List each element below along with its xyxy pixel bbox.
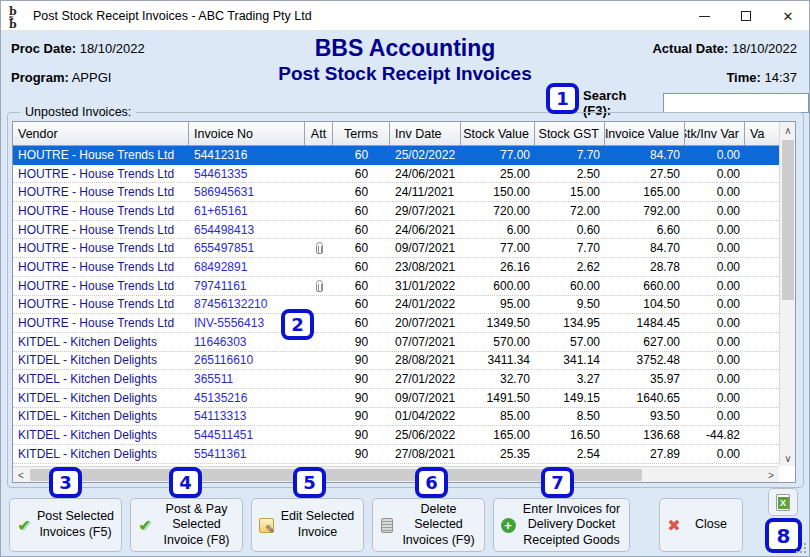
table-row[interactable]: HOUTRE - House Trends LtdINV-55564136020… bbox=[13, 314, 779, 333]
cell-stock-gst: 9.50 bbox=[535, 296, 605, 314]
cell-terms: 60 bbox=[333, 165, 390, 183]
column-header-inv-date[interactable]: Inv Date bbox=[390, 122, 461, 145]
table-row[interactable]: KITDEL - Kitchen Delights2651166109028/0… bbox=[13, 352, 779, 371]
cell-terms: 90 bbox=[333, 389, 390, 407]
table-row[interactable]: HOUTRE - House Trends Ltd61+651616029/07… bbox=[13, 202, 779, 221]
table-row[interactable]: KITDEL - Kitchen Delights5445114519025/0… bbox=[13, 426, 779, 445]
horizontal-scrollbar[interactable]: < > bbox=[13, 466, 779, 482]
cell-va bbox=[745, 445, 779, 463]
cell-stk-inv-var: 0.00 bbox=[685, 352, 745, 370]
table-row[interactable]: KITDEL - Kitchen Delights116463039007/07… bbox=[13, 333, 779, 352]
table-row[interactable]: KITDEL - Kitchen Delights554113619027/08… bbox=[13, 445, 779, 464]
cell-stock-value: 25.00 bbox=[461, 165, 535, 183]
cell-va bbox=[745, 146, 779, 164]
close-window-button[interactable]: ✕ bbox=[767, 1, 809, 31]
table-row[interactable]: HOUTRE - House Trends Ltd544123166025/02… bbox=[13, 146, 779, 165]
table-row[interactable]: HOUTRE - House Trends Ltd684928916023/08… bbox=[13, 258, 779, 277]
cell-vendor: KITDEL - Kitchen Delights bbox=[13, 333, 189, 351]
minimize-button[interactable] bbox=[683, 1, 725, 31]
shredder-icon bbox=[377, 518, 397, 533]
cell-att bbox=[305, 408, 333, 426]
table-row[interactable]: KITDEL - Kitchen Delights541133139001/04… bbox=[13, 408, 779, 427]
vertical-scroll-thumb[interactable] bbox=[782, 140, 794, 300]
callout-1: 1 bbox=[546, 83, 579, 114]
post-selected-invoices-button[interactable]: ✔ Post Selected Invoices (F5) bbox=[9, 498, 122, 552]
column-header-stock-value[interactable]: Stock Value bbox=[461, 122, 535, 145]
cell-stk-inv-var: 0.00 bbox=[685, 202, 745, 220]
vertical-scrollbar[interactable]: ∧ ∨ bbox=[779, 122, 795, 466]
table-row[interactable]: HOUTRE - House Trends Ltd874561322106024… bbox=[13, 296, 779, 315]
scroll-up-icon[interactable]: ∧ bbox=[780, 122, 796, 138]
cell-va bbox=[745, 408, 779, 426]
cell-invoice-no: 45135216 bbox=[189, 389, 305, 407]
scroll-right-icon[interactable]: > bbox=[763, 467, 779, 483]
cell-vendor: HOUTRE - House Trends Ltd bbox=[13, 202, 189, 220]
unposted-invoices-groupbox: Unposted Invoices: VendorInvoice NoAttTe… bbox=[7, 112, 804, 488]
cell-inv-date: 31/01/2022 bbox=[390, 277, 461, 295]
column-header-stk-inv-var[interactable]: Stk/Inv Var bbox=[685, 122, 745, 145]
column-header-stock-gst[interactable]: Stock GST bbox=[535, 122, 605, 145]
table-row[interactable]: HOUTRE - House Trends Ltd6554978516009/0… bbox=[13, 239, 779, 258]
scroll-left-icon[interactable]: < bbox=[13, 467, 29, 483]
invoices-table: VendorInvoice NoAttTermsInv DateStock Va… bbox=[12, 121, 796, 483]
cell-stock-gst: 3.27 bbox=[535, 370, 605, 388]
cell-va bbox=[745, 389, 779, 407]
edit-note-icon bbox=[256, 518, 276, 533]
cell-vendor: KITDEL - Kitchen Delights bbox=[13, 389, 189, 407]
column-header-att[interactable]: Att bbox=[305, 122, 333, 145]
table-row[interactable]: HOUTRE - House Trends Ltd5869456316024/1… bbox=[13, 183, 779, 202]
scroll-down-icon[interactable]: ∨ bbox=[780, 450, 796, 466]
cell-stk-inv-var: 0.00 bbox=[685, 183, 745, 201]
cell-invoice-value: 27.50 bbox=[605, 165, 685, 183]
table-row[interactable]: KITDEL - Kitchen Delights451352169009/07… bbox=[13, 389, 779, 408]
post-and-pay-selected-invoice-button[interactable]: ✔ Post & Pay Selected Invoice (F8) bbox=[130, 498, 243, 552]
column-header-invoice-value[interactable]: Invoice Value bbox=[605, 122, 685, 145]
cell-vendor: HOUTRE - House Trends Ltd bbox=[13, 146, 189, 164]
close-button[interactable]: ✖ Close bbox=[659, 498, 743, 552]
column-header-va[interactable]: Va bbox=[745, 122, 779, 145]
callout-4: 4 bbox=[169, 467, 202, 498]
cell-stock-gst: 2.50 bbox=[535, 165, 605, 183]
paperclip-icon bbox=[316, 280, 323, 292]
cell-invoice-no: 265116610 bbox=[189, 352, 305, 370]
cell-stk-inv-var: 0.00 bbox=[685, 314, 745, 332]
resize-grip[interactable] bbox=[796, 543, 806, 553]
cell-inv-date: 28/08/2021 bbox=[390, 352, 461, 370]
cell-stk-inv-var: -44.82 bbox=[685, 426, 745, 444]
enter-invoices-delivery-docket-button[interactable]: + Enter Invoices for Delivery Docket Rec… bbox=[493, 498, 630, 552]
cell-stock-value: 85.00 bbox=[461, 408, 535, 426]
cell-invoice-value: 84.70 bbox=[605, 146, 685, 164]
column-header-invoice-no[interactable]: Invoice No bbox=[189, 122, 305, 145]
cell-att bbox=[305, 426, 333, 444]
cell-va bbox=[745, 277, 779, 295]
column-header-terms[interactable]: Terms bbox=[333, 122, 390, 145]
cell-stock-gst: 16.50 bbox=[535, 426, 605, 444]
table-row[interactable]: HOUTRE - House Trends Ltd6544984136024/0… bbox=[13, 221, 779, 240]
table-row[interactable]: KITDEL - Kitchen Delights3655119027/01/2… bbox=[13, 370, 779, 389]
column-header-vendor[interactable]: Vendor bbox=[13, 122, 189, 145]
cell-invoice-value: 792.00 bbox=[605, 202, 685, 220]
edit-selected-invoice-button[interactable]: Edit Selected Invoice bbox=[251, 498, 364, 552]
table-row[interactable]: HOUTRE - House Trends Ltd797411616031/01… bbox=[13, 277, 779, 296]
cell-stk-inv-var: 0.00 bbox=[685, 258, 745, 276]
callout-5: 5 bbox=[293, 467, 326, 498]
cell-va bbox=[745, 202, 779, 220]
check-icon: ✔ bbox=[14, 516, 34, 535]
cell-terms: 60 bbox=[333, 202, 390, 220]
export-to-excel-button[interactable]: X bbox=[768, 488, 798, 516]
cell-invoice-no: 365511 bbox=[189, 370, 305, 388]
cell-inv-date: 20/07/2021 bbox=[390, 314, 461, 332]
maximize-button[interactable] bbox=[725, 1, 767, 31]
table-row[interactable]: HOUTRE - House Trends Ltd544613356024/06… bbox=[13, 165, 779, 184]
cell-stock-value: 3411.34 bbox=[461, 352, 535, 370]
cell-invoice-no: 54461335 bbox=[189, 165, 305, 183]
cell-terms: 90 bbox=[333, 352, 390, 370]
app-window: bsb Post Stock Receipt Invoices - ABC Tr… bbox=[0, 0, 810, 557]
cell-inv-date: 24/06/2021 bbox=[390, 165, 461, 183]
cell-invoice-value: 660.00 bbox=[605, 277, 685, 295]
cell-stock-gst: 15.00 bbox=[535, 183, 605, 201]
delete-selected-invoices-button[interactable]: Delete Selected Invoices (F9) bbox=[372, 498, 485, 552]
cell-vendor: HOUTRE - House Trends Ltd bbox=[13, 277, 189, 295]
search-input[interactable] bbox=[663, 93, 809, 113]
cell-stock-value: 570.00 bbox=[461, 333, 535, 351]
